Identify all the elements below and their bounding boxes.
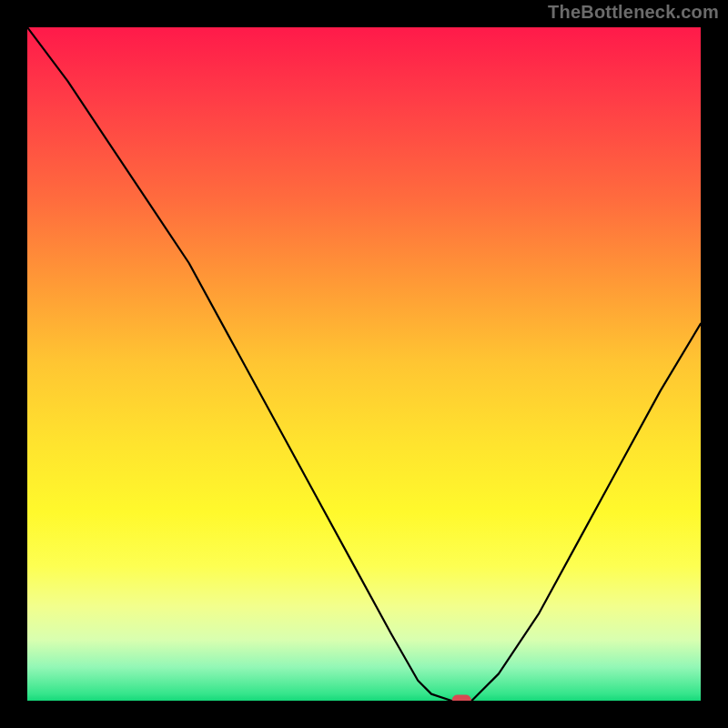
curve-layer <box>27 27 701 701</box>
bottleneck-curve <box>27 27 701 701</box>
optimum-marker <box>452 695 470 701</box>
chart-frame: TheBottleneck.com <box>0 0 728 728</box>
plot-area <box>27 27 701 701</box>
watermark-text: TheBottleneck.com <box>548 2 719 23</box>
